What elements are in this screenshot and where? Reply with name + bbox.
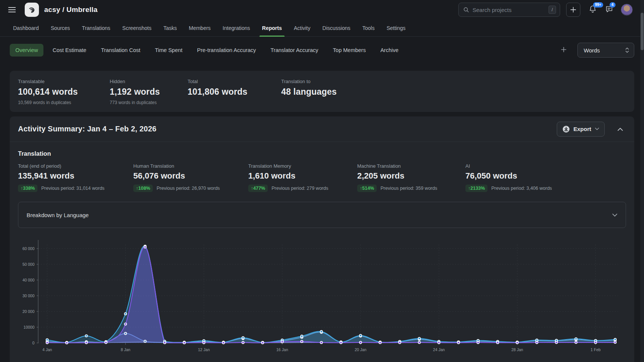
stat-label: Translation to xyxy=(281,79,634,84)
summary-stat-delta-row: ↑108%Previous period: 26,970 words xyxy=(133,185,248,192)
plus-icon xyxy=(570,6,577,13)
svg-text:10000: 10000 xyxy=(24,325,34,329)
notifications-count-badge: 99+ xyxy=(593,2,603,7)
previous-period-text: Previous period: 26,970 words xyxy=(157,186,220,191)
previous-period-text: Previous period: 3,406 words xyxy=(491,186,552,191)
nav-tab-settings[interactable]: Settings xyxy=(386,19,406,36)
user-avatar[interactable] xyxy=(621,4,633,16)
notifications-button[interactable]: 99+ xyxy=(589,5,597,15)
svg-text:20 000: 20 000 xyxy=(22,309,34,314)
nav-tab-discussions[interactable]: Discussions xyxy=(322,19,351,36)
nav-tab-integrations[interactable]: Integrations xyxy=(222,19,250,36)
svg-text:8 Jan: 8 Jan xyxy=(121,347,130,352)
svg-text:1 Feb: 1 Feb xyxy=(590,347,601,352)
page-scrollbar[interactable] xyxy=(640,0,644,362)
logo-glyph xyxy=(27,5,36,14)
nav-tab-dashboard[interactable]: Dashboard xyxy=(13,19,39,36)
delta-badge: ↑477% xyxy=(248,185,268,192)
breakdown-label: Breakdown by Language xyxy=(27,212,89,218)
search-box[interactable]: / xyxy=(458,3,560,17)
report-tab-overview[interactable]: Overview xyxy=(10,44,43,57)
svg-text:12 Jan: 12 Jan xyxy=(198,347,210,352)
report-tab-pre-translation-accuracy[interactable]: Pre-translation Accuracy xyxy=(191,44,261,57)
stat-value: 1,192 words xyxy=(110,87,179,97)
summary-stat-delta-row: ↑2133%Previous period: 3,406 words xyxy=(465,185,626,192)
activity-summary-header: Activity Summary: Jan 4 – Feb 2, 2026 Ex… xyxy=(10,116,634,142)
download-icon xyxy=(562,125,570,133)
unit-select[interactable]: Words xyxy=(577,43,634,58)
summary-stat-value: 135,941 words xyxy=(18,171,133,181)
nav-tab-sources[interactable]: Sources xyxy=(51,19,70,36)
summary-stat-translation-memory: Translation Memory1,610 words↑477%Previo… xyxy=(248,163,357,192)
add-report-button[interactable] xyxy=(557,44,571,57)
summary-stat-value: 1,610 words xyxy=(248,171,357,181)
report-tab-top-members[interactable]: Top Members xyxy=(327,44,371,57)
summary-stat-human-translation: Human Translation56,076 words↑108%Previo… xyxy=(133,163,248,192)
chevron-up-icon xyxy=(617,128,623,131)
report-tab-archive[interactable]: Archive xyxy=(375,44,404,57)
nav-tab-translations[interactable]: Translations xyxy=(82,19,111,36)
activity-area-chart[interactable]: 01000020 00030 00040 00050 00060 0004 Ja… xyxy=(14,237,628,361)
stat-value: 100,614 words xyxy=(18,87,101,97)
activity-chart: 01000020 00030 00040 00050 00060 0004 Ja… xyxy=(10,237,634,362)
stat-label: Hidden xyxy=(110,79,179,84)
summary-stat-machine-translation: Machine Translation2,205 words↑514%Previ… xyxy=(357,163,465,192)
stat-label: Total xyxy=(188,79,273,84)
activity-summary-card: Activity Summary: Jan 4 – Feb 2, 2026 Ex… xyxy=(10,116,634,362)
svg-text:30 000: 30 000 xyxy=(22,293,34,298)
svg-text:16 Jan: 16 Jan xyxy=(276,347,288,352)
menu-icon[interactable] xyxy=(8,7,16,12)
caret-down-icon xyxy=(595,128,599,130)
report-tab-translator-accuracy[interactable]: Translator Accuracy xyxy=(265,44,324,57)
top-header: acsy / Umbrella / 99+ xyxy=(0,0,644,19)
nav-tab-tasks[interactable]: Tasks xyxy=(163,19,177,36)
svg-text:40 000: 40 000 xyxy=(22,278,34,282)
summary-stat-delta-row: ↑477%Previous period: 279 words xyxy=(248,185,357,192)
stat-value: 48 languages xyxy=(281,87,634,97)
nav-tab-screenshots[interactable]: Screenshots xyxy=(122,19,152,36)
nav-tab-reports[interactable]: Reports xyxy=(262,19,282,36)
translation-section-title: Translation xyxy=(10,150,634,157)
summary-stat-value: 76,050 words xyxy=(465,171,626,181)
messages-button[interactable]: 4 xyxy=(605,5,613,15)
delta-badge: ↑338% xyxy=(18,185,37,192)
summary-stat-value: 2,205 words xyxy=(357,171,465,181)
summary-stat-label: Human Translation xyxy=(133,163,248,169)
stat-label: Translatable xyxy=(18,79,101,84)
report-tab-translation-cost[interactable]: Translation Cost xyxy=(95,44,146,57)
summary-stat-total-end-of-period: Total (end of period)135,941 words↑338%P… xyxy=(18,163,133,192)
nav-tab-tools[interactable]: Tools xyxy=(362,19,375,36)
svg-text:50 000: 50 000 xyxy=(22,262,34,267)
summary-stat-label: Machine Translation xyxy=(357,163,465,169)
project-words-summary-card: Translatable100,614 words10,569 words in… xyxy=(10,71,634,112)
activity-summary-title: Activity Summary: Jan 4 – Feb 2, 2026 xyxy=(18,125,157,133)
search-input[interactable] xyxy=(473,7,549,13)
export-button[interactable]: Export xyxy=(557,122,605,137)
delta-badge: ↑514% xyxy=(357,185,377,192)
previous-period-text: Previous period: 359 words xyxy=(380,186,437,191)
project-logo[interactable] xyxy=(25,3,39,17)
chevron-down-icon xyxy=(612,213,617,217)
breakdown-by-language-toggle[interactable]: Breakdown by Language xyxy=(18,202,626,228)
summary-stat-delta-row: ↑338%Previous period: 31,014 words xyxy=(18,185,133,192)
stat-note: 10,569 words in duplicates xyxy=(18,100,101,105)
plus-icon xyxy=(561,46,567,53)
nav-tab-members[interactable]: Members xyxy=(188,19,211,36)
export-button-label: Export xyxy=(573,126,591,132)
report-tab-cost-estimate[interactable]: Cost Estimate xyxy=(47,44,92,57)
translation-section: Translation Total (end of period)135,941… xyxy=(10,142,634,362)
project-stat-translation-to: Translation to48 languages xyxy=(273,79,634,105)
summary-stat-ai: AI76,050 words↑2133%Previous period: 3,4… xyxy=(465,163,626,192)
scrollbar-thumb[interactable] xyxy=(641,13,644,50)
previous-period-text: Previous period: 279 words xyxy=(271,186,328,191)
collapse-section-button[interactable] xyxy=(614,123,626,136)
svg-text:28 Jan: 28 Jan xyxy=(511,347,523,352)
stat-note: 773 words in duplicates xyxy=(110,100,179,105)
create-project-button[interactable] xyxy=(566,3,580,17)
svg-text:20 Jan: 20 Jan xyxy=(355,347,367,352)
svg-text:24 Jan: 24 Jan xyxy=(433,347,445,352)
nav-tab-activity[interactable]: Activity xyxy=(294,19,311,36)
summary-stat-label: Total (end of period) xyxy=(18,163,133,169)
project-stat-translatable: Translatable100,614 words10,569 words in… xyxy=(10,79,101,105)
report-tab-time-spent[interactable]: Time Spent xyxy=(149,44,188,57)
